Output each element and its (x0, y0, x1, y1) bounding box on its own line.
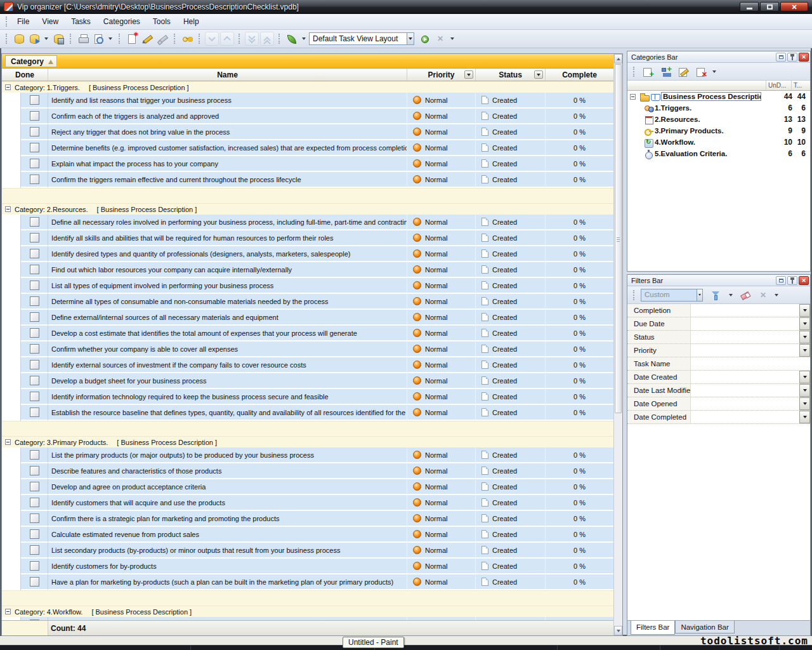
filter-dropdown-button[interactable] (799, 384, 810, 397)
done-checkbox[interactable] (30, 143, 39, 152)
done-checkbox[interactable] (30, 450, 39, 460)
done-checkbox[interactable] (30, 376, 39, 385)
done-checkbox[interactable] (30, 498, 39, 507)
filter-field-value[interactable] (691, 357, 810, 370)
open-database-button[interactable] (27, 32, 41, 46)
print-preview-button[interactable] (91, 32, 105, 46)
task-name-cell[interactable]: Identify desired types and quantity of p… (48, 246, 407, 262)
task-name-cell[interactable]: Confirm whether your company is able to … (48, 342, 407, 357)
task-row[interactable]: Determine all types of consumable and no… (2, 294, 613, 310)
task-name-cell[interactable]: Confirm the triggers remain effective an… (48, 172, 407, 188)
task-row[interactable]: Define external/internal sources of all … (2, 310, 613, 326)
collapse-group-icon[interactable] (5, 206, 11, 212)
open-database-caret[interactable] (44, 37, 48, 40)
task-row[interactable]: Find out which labor resources your comp… (2, 262, 613, 278)
apply-filter-button[interactable] (709, 288, 723, 302)
done-checkbox[interactable] (30, 529, 39, 539)
done-checkbox[interactable] (30, 281, 39, 290)
share-caret[interactable] (302, 37, 306, 40)
delete-filter-button[interactable] (756, 288, 770, 302)
task-name-cell[interactable]: Define all necessary roles involved in p… (48, 215, 407, 230)
move-down-button[interactable] (205, 32, 219, 46)
task-name-cell[interactable]: Identify customers for by-products (48, 559, 407, 574)
task-name-cell[interactable]: Identify customers that will acquire and… (48, 495, 407, 511)
category-group-header[interactable]: Category: 1.Triggers.[ Business Process … (2, 81, 613, 93)
filter-field-value[interactable] (691, 397, 799, 410)
task-row[interactable]: Develop a cost estimate that identifies … (2, 326, 613, 342)
print-preview-caret[interactable] (108, 37, 112, 40)
task-name-cell[interactable]: Identify information technology required… (48, 389, 407, 405)
done-checkbox[interactable] (30, 175, 39, 184)
edit-category-button[interactable] (676, 65, 690, 79)
category-group-header[interactable]: Category: 4.Workflow.[ Business Process … (2, 606, 613, 617)
move-up-button[interactable] (220, 32, 234, 46)
delete-category-button[interactable] (694, 65, 708, 79)
task-name-cell[interactable]: Identify and list reasons that trigger y… (48, 93, 407, 109)
edit-task-button[interactable] (140, 32, 154, 46)
task-row[interactable]: List secondary products (by-products) or… (2, 543, 613, 559)
task-name-cell[interactable]: Confirm each of the triggers is analyzed… (48, 109, 407, 124)
delete-task-button[interactable] (155, 32, 169, 46)
new-subcategory-button[interactable] (658, 65, 672, 79)
done-checkbox[interactable] (30, 392, 39, 401)
task-row[interactable]: Describe features and characteristics of… (2, 463, 613, 479)
group-by-category-button[interactable]: Category (5, 55, 57, 67)
filter-field-value[interactable] (691, 317, 799, 330)
menu-view[interactable]: View (36, 15, 65, 29)
share-button[interactable] (285, 32, 299, 46)
task-name-cell[interactable]: Calculate estimated revenue from product… (48, 527, 407, 543)
task-row[interactable]: Reject any trigger that does not bring v… (2, 124, 613, 140)
task-name-cell[interactable]: Identify all skills and abilities that w… (48, 230, 407, 246)
undone-column-header[interactable]: UnD... (766, 81, 791, 90)
filter-field-value[interactable] (691, 304, 799, 317)
task-name-cell[interactable]: Explain what impact the process has to y… (48, 156, 407, 172)
task-name-cell[interactable]: Find out which labor resources your comp… (48, 262, 407, 278)
menu-help[interactable]: Help (177, 15, 206, 29)
filter-field-value[interactable] (691, 344, 799, 357)
category-group-header[interactable]: Category: 2.Resources.[ Business Process… (2, 203, 613, 215)
task-row[interactable]: Develop a budget sheet for your business… (2, 373, 613, 389)
task-name-cell[interactable]: Have a plan for marketing by-products (s… (48, 574, 407, 590)
task-name-cell[interactable]: Describe features and characteristics of… (48, 463, 407, 479)
done-checkbox[interactable] (30, 482, 39, 491)
move-to-top-button[interactable] (260, 32, 274, 46)
tree-item-category[interactable]: 2.Resources.1313 (627, 114, 810, 125)
filter-dropdown-button[interactable] (799, 411, 810, 423)
toolbar-overflow-caret[interactable] (450, 37, 454, 40)
new-task-button[interactable] (125, 32, 139, 46)
filter-field-value[interactable] (691, 371, 799, 383)
task-name-cell[interactable]: List secondary products (by-products) or… (48, 543, 407, 559)
task-row[interactable]: Confirm whether your company is able to … (2, 342, 613, 357)
filter-preset-combobox[interactable]: Custom (641, 289, 703, 302)
done-checkbox[interactable] (30, 545, 39, 555)
task-name-cell[interactable]: Reject any trigger that does not bring v… (48, 124, 407, 140)
filter-field-value[interactable] (691, 331, 799, 343)
task-row[interactable]: Identify all skills and abilities that w… (2, 230, 613, 246)
minimize-button[interactable] (740, 2, 759, 11)
scroll-up-button[interactable] (614, 54, 622, 63)
filters-pin-button[interactable] (787, 276, 797, 285)
filter-dropdown-button[interactable] (799, 331, 810, 343)
task-row[interactable]: List all types of equipment involved in … (2, 278, 613, 294)
print-button[interactable] (76, 32, 90, 46)
done-checkbox[interactable] (30, 328, 39, 338)
done-checkbox[interactable] (30, 233, 39, 242)
collapse-tree-icon[interactable] (630, 94, 636, 100)
task-row[interactable]: Identify external sources of investment … (2, 357, 613, 373)
collapse-group-icon[interactable] (5, 84, 11, 90)
done-checkbox[interactable] (30, 344, 39, 354)
task-name-cell[interactable]: Identify external sources of investment … (48, 357, 407, 373)
collapse-group-icon[interactable] (5, 609, 11, 614)
done-checkbox[interactable] (30, 217, 39, 227)
tab-navigation-bar[interactable]: Navigation Bar (675, 621, 734, 633)
task-name-cell[interactable]: Develop a cost estimate that identifies … (48, 326, 407, 342)
done-checkbox[interactable] (30, 514, 39, 523)
task-row[interactable]: Identify customers for by-productsNormal… (2, 559, 613, 574)
scrollbar-thumb[interactable] (615, 64, 622, 413)
task-name-cell[interactable]: Confirm there is a strategic plan for ma… (48, 511, 407, 527)
tab-filters-bar[interactable]: Filters Bar (631, 621, 675, 635)
new-database-button[interactable] (12, 32, 26, 46)
close-button[interactable]: ✕ (780, 2, 808, 11)
task-name-cell[interactable]: Develop a budget sheet for your business… (48, 373, 407, 389)
delete-layout-button[interactable] (433, 32, 447, 46)
